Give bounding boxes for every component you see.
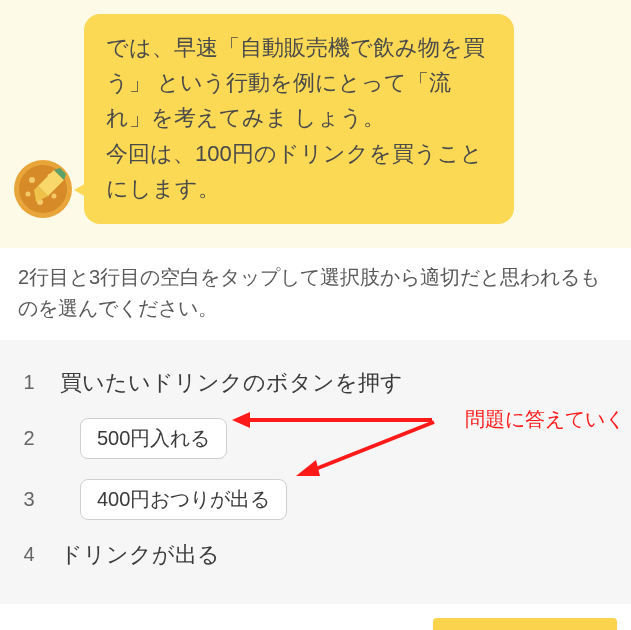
step-text: 買いたいドリンクのボタンを押す: [60, 368, 403, 398]
step-row-3: 3 400円おつりが出る: [12, 469, 619, 530]
step-text: ドリンクが出る: [60, 540, 220, 570]
avatar-icon: [14, 160, 72, 218]
choice-box-2[interactable]: 500円入れる: [80, 418, 227, 459]
annotation-label: 問題に答えていく: [465, 406, 625, 433]
speech-bubble: では、早速「自動販売機で飲み物を買う」 という行動を例にとって「流れ」を考えてみ…: [84, 14, 514, 224]
svg-point-2: [29, 177, 35, 183]
speech-area: では、早速「自動販売機で飲み物を買う」 という行動を例にとって「流れ」を考えてみ…: [0, 0, 631, 248]
instruction-text: 2行目と3行目の空白をタップして選択肢から適切だと思われるものを選んでください。: [0, 248, 631, 340]
speech-text-1: では、早速「自動販売機で飲み物を買う」 という行動を例にとって「流れ」を考えてみ…: [106, 30, 492, 136]
step-number: 1: [18, 371, 40, 394]
speech-text-2: 今回は、100円のドリンクを買うことにします。: [106, 136, 492, 206]
step-number: 2: [18, 427, 40, 450]
choice-box-3[interactable]: 400円おつりが出る: [80, 479, 287, 520]
exec-bar: 実行: [0, 604, 631, 630]
step-number: 3: [18, 488, 40, 511]
svg-point-6: [52, 193, 57, 198]
task-panel: 1 買いたいドリンクのボタンを押す 2 500円入れる 3 400円おつりが出る…: [0, 340, 631, 604]
step-row-1: 1 買いたいドリンクのボタンを押す: [12, 358, 619, 408]
step-row-4: 4 ドリンクが出る: [12, 530, 619, 580]
svg-point-4: [26, 191, 31, 196]
step-number: 4: [18, 543, 40, 566]
execute-button[interactable]: 実行: [433, 618, 617, 630]
